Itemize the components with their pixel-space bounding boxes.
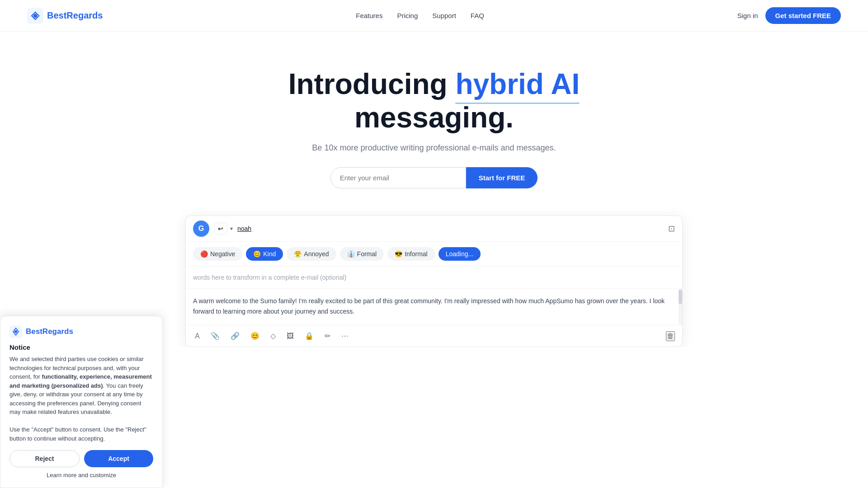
back-button[interactable]: ↩ <box>214 223 227 235</box>
editor-toolbar: A 📎 🔗 😊 ◇ 🖼 🔒 ✏ ⋯ 🗑 <box>186 325 682 347</box>
hero-subtitle: Be 10x more productive writing professio… <box>312 143 556 153</box>
cookie-logo: BestRegards <box>9 325 153 338</box>
nav-right: Sign in Get started FREE <box>737 7 841 24</box>
tone-annoyed-button[interactable]: 😤 Annoyed <box>287 247 336 261</box>
formal-emoji: 👔 <box>347 250 355 258</box>
toolbar-shape-button[interactable]: ◇ <box>269 330 278 342</box>
editor-input-area[interactable]: words here to transform in a complete e-… <box>186 267 682 289</box>
kind-emoji: 😊 <box>253 250 261 258</box>
get-started-button[interactable]: Get started FREE <box>765 7 841 24</box>
negative-label: Negative <box>210 250 235 258</box>
logo-text: BestRegards <box>47 10 103 21</box>
nav-features[interactable]: Features <box>356 12 382 19</box>
dropdown-arrow-icon: ▾ <box>230 225 233 232</box>
tone-negative-button[interactable]: 🔴 Negative <box>193 247 242 261</box>
kind-label: Kind <box>263 250 276 258</box>
editor-topbar: G ↩ ▾ noah ⊡ <box>186 216 682 242</box>
formal-label: Formal <box>357 250 377 258</box>
input-placeholder: words here to transform in a complete e-… <box>193 274 346 281</box>
hero-form: Start for FREE <box>330 167 538 188</box>
toolbar-link-button[interactable]: 🔗 <box>229 330 241 342</box>
editor-scrollbar[interactable] <box>679 289 682 325</box>
nav-logo[interactable]: BestRegards <box>27 8 103 24</box>
nav-links: Features Pricing Support FAQ <box>356 12 484 19</box>
app-preview: G ↩ ▾ noah ⊡ 🔴 Negative 😊 Kind 😤 Annoyed <box>185 216 683 347</box>
tone-loading-button[interactable]: Loading... <box>439 247 481 261</box>
negative-emoji: 🔴 <box>200 250 208 258</box>
scrollbar-thumb <box>679 290 682 304</box>
informal-label: Informal <box>405 250 428 258</box>
tone-kind-button[interactable]: 😊 Kind <box>246 247 283 261</box>
avatar: G <box>193 221 209 237</box>
toolbar-edit-button[interactable]: ✏ <box>323 330 332 342</box>
tone-informal-button[interactable]: 😎 Informal <box>387 247 435 261</box>
annoyed-label: Annoyed <box>304 250 329 258</box>
nav-support[interactable]: Support <box>432 12 456 19</box>
svg-point-3 <box>14 330 17 333</box>
recipient-label: noah <box>237 225 251 232</box>
expand-button[interactable]: ⊡ <box>668 224 675 234</box>
logo-icon <box>27 8 43 24</box>
sign-in-link[interactable]: Sign in <box>737 12 758 19</box>
cookie-logo-text: BestRegards <box>26 327 73 336</box>
tone-formal-button[interactable]: 👔 Formal <box>340 247 384 261</box>
tone-row: 🔴 Negative 😊 Kind 😤 Annoyed 👔 Formal 😎 I… <box>186 242 682 267</box>
informal-emoji: 😎 <box>395 250 402 258</box>
toolbar-lock-button[interactable]: 🔒 <box>303 330 316 342</box>
nav-pricing[interactable]: Pricing <box>397 12 418 19</box>
hero-section: Introducing hybrid AI messaging. Be 10x … <box>0 32 868 206</box>
start-for-free-button[interactable]: Start for FREE <box>466 167 538 188</box>
svg-point-1 <box>33 14 37 18</box>
loading-label: Loading... <box>446 250 474 258</box>
editor-card: G ↩ ▾ noah ⊡ 🔴 Negative 😊 Kind 😤 Annoyed <box>185 216 683 347</box>
cookie-notice-title: Notice <box>9 343 153 347</box>
hero-highlight: hybrid AI <box>455 68 580 101</box>
email-content: A warm welcome to the Sumo family! I'm r… <box>193 297 665 314</box>
cookie-logo-icon <box>9 325 22 338</box>
toolbar-delete-button[interactable]: 🗑 <box>666 331 675 341</box>
email-input[interactable] <box>330 167 466 188</box>
editor-content: A warm welcome to the Sumo family! I'm r… <box>186 289 682 325</box>
cookie-notice: BestRegards Notice We and selected third… <box>0 316 163 347</box>
navbar: BestRegards Features Pricing Support FAQ… <box>0 0 868 32</box>
annoyed-emoji: 😤 <box>294 250 302 258</box>
hero-title: Introducing hybrid AI messaging. <box>288 68 580 134</box>
toolbar-text-button[interactable]: A <box>193 330 202 342</box>
toolbar-emoji-button[interactable]: 😊 <box>249 330 261 342</box>
toolbar-image-button[interactable]: 🖼 <box>285 330 296 342</box>
toolbar-more-button[interactable]: ⋯ <box>340 330 350 342</box>
nav-faq[interactable]: FAQ <box>471 12 484 19</box>
topbar-actions: ↩ ▾ <box>214 223 233 235</box>
toolbar-attach-button[interactable]: 📎 <box>209 330 222 342</box>
